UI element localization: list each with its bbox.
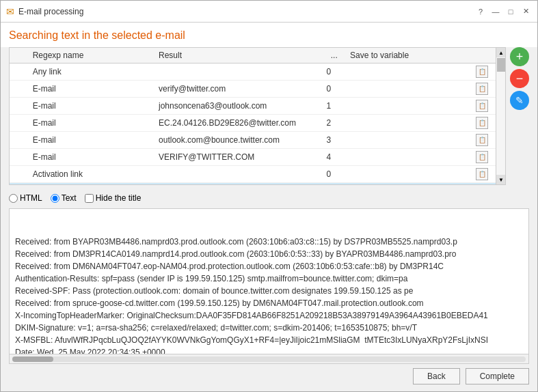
table-row[interactable]: E-mailEC.24.04126.BD29E826@twitter.com2📋 xyxy=(10,115,496,132)
copy-icon[interactable]: 📋 xyxy=(476,83,488,95)
save-variable-cell xyxy=(346,132,472,149)
email-line: Received: from DM6NAM04FT047.eop-NAM04.p… xyxy=(15,260,523,272)
count-cell: 0 xyxy=(322,166,346,183)
row-checkbox-cell xyxy=(10,98,29,115)
col-header-result: Result xyxy=(154,48,322,64)
result-link[interactable]: EC.24.04126.BD29E826@twitter.com xyxy=(159,118,296,128)
row-checkbox-cell xyxy=(10,132,29,149)
horizontal-scrollbar[interactable] xyxy=(10,354,528,363)
table-row[interactable]: E-mailoutlook.com@bounce.twitter.com3📋 xyxy=(10,132,496,149)
side-action-buttons: + − ✎ xyxy=(506,47,529,185)
complete-button[interactable]: Complete xyxy=(466,368,529,384)
html-radio-label[interactable]: HTML xyxy=(9,193,42,203)
table-wrapper: Regexp name Result ... Save to variable … xyxy=(9,47,529,185)
copy-cell: 📋 xyxy=(472,132,496,149)
html-label-text: HTML xyxy=(20,193,42,203)
row-checkbox-cell xyxy=(10,115,29,132)
remove-button[interactable]: − xyxy=(510,69,529,88)
copy-cell: 📋 xyxy=(472,149,496,166)
result-link[interactable]: verify@twitter.com xyxy=(159,84,226,94)
email-line: DKIM-Signature: v=1; a=rsa-sha256; c=rel… xyxy=(15,322,523,334)
col-header-dots: ... xyxy=(322,48,346,64)
scroll-thumb xyxy=(497,58,505,72)
table-row[interactable]: E-mailVERIFY@TWITTER.COM4📋 xyxy=(10,149,496,166)
save-variable-cell: ▼ xyxy=(346,183,472,185)
edit-button[interactable]: ✎ xyxy=(510,91,529,110)
table-row[interactable]: E-mailjohnsoncena63@outlook.com1📋 xyxy=(10,98,496,115)
regexp-table: Regexp name Result ... Save to variable … xyxy=(10,48,496,184)
regexp-name-cell: E-mail xyxy=(29,149,154,166)
row-checkbox-cell: ✏ xyxy=(10,183,29,185)
count-cell: 4 xyxy=(322,149,346,166)
email-line: Received: from DM3PR14CA0149.namprd14.pr… xyxy=(15,248,523,260)
regexp-name-cell: Any link xyxy=(29,64,154,81)
save-variable-cell xyxy=(346,115,472,132)
add-button[interactable]: + xyxy=(510,47,529,66)
copy-cell: 📋 xyxy=(472,64,496,81)
col-header-save: Save to variable xyxy=(346,48,472,64)
view-controls: HTML Text Hide the title xyxy=(9,191,529,206)
page-title: Searching text in the selected e-mail xyxy=(1,23,537,47)
copy-icon[interactable]: 📋 xyxy=(476,151,488,163)
result-cell: EC.24.04126.BD29E826@twitter.com xyxy=(154,115,322,132)
result-cell: Subject: 437350 xyxy=(154,183,322,185)
save-variable-cell xyxy=(346,81,472,98)
window-icon: ✉ xyxy=(6,6,14,17)
text-radio[interactable] xyxy=(51,194,59,203)
email-line: Date: Wed, 25 May 2022 20:34:35 +0000 xyxy=(15,346,523,354)
back-button[interactable]: Back xyxy=(413,368,460,384)
table-row[interactable]: ✏Regular expression No. 1Subject: 437350… xyxy=(10,183,496,185)
copy-cell: 📋 xyxy=(472,183,496,185)
scroll-down-button[interactable]: ▼ xyxy=(496,175,505,184)
regexp-name-cell: E-mail xyxy=(29,132,154,149)
email-content-scroll[interactable]: Received: from BYAPR03MB4486.namprd03.pr… xyxy=(10,209,528,354)
col-header-copy xyxy=(472,48,496,64)
copy-icon[interactable]: 📋 xyxy=(476,100,488,112)
result-link[interactable]: johnsoncena63@outlook.com xyxy=(159,101,267,111)
regexp-name-cell: E-mail xyxy=(29,98,154,115)
save-variable-cell xyxy=(346,98,472,115)
email-line: Received: from BYAPR03MB4486.namprd03.pr… xyxy=(15,236,523,248)
help-button[interactable]: ? xyxy=(474,5,487,18)
result-cell: VERIFY@TWITTER.COM xyxy=(154,149,322,166)
copy-icon[interactable]: 📋 xyxy=(476,66,488,78)
text-radio-label[interactable]: Text xyxy=(51,193,77,203)
close-button[interactable]: ✕ xyxy=(520,5,532,18)
hide-title-checkbox[interactable] xyxy=(85,194,94,203)
minimize-button[interactable]: — xyxy=(489,5,502,18)
row-checkbox-cell xyxy=(10,166,29,183)
result-link[interactable]: VERIFY@TWITTER.COM xyxy=(159,152,254,162)
copy-cell: 📋 xyxy=(472,115,496,132)
result-cell xyxy=(154,64,322,81)
scroll-up-button[interactable]: ▲ xyxy=(496,48,505,57)
result-cell: outlook.com@bounce.twitter.com xyxy=(154,132,322,149)
email-line: Authentication-Results: spf=pass (sender… xyxy=(15,272,523,285)
title-bar: ✉ E-mail processing ? — □ ✕ xyxy=(1,1,537,23)
table-container: Regexp name Result ... Save to variable … xyxy=(9,47,506,185)
email-line: X-MSFBL: AfuvlWfRJPqcbLuQJOQ2fAYYK0WVNkG… xyxy=(15,334,523,346)
count-cell: 2 xyxy=(322,115,346,132)
html-radio[interactable] xyxy=(9,194,18,203)
save-variable-cell xyxy=(346,64,472,81)
table-row[interactable]: Any link0📋 xyxy=(10,64,496,81)
hide-title-label[interactable]: Hide the title xyxy=(85,193,142,203)
main-window: ✉ E-mail processing ? — □ ✕ Searching te… xyxy=(0,0,538,392)
copy-icon[interactable]: 📋 xyxy=(476,134,488,146)
window-controls: ? — □ ✕ xyxy=(474,5,532,18)
copy-icon[interactable]: 📋 xyxy=(476,117,488,129)
result-link[interactable]: outlook.com@bounce.twitter.com xyxy=(159,135,280,145)
regexp-name-cell: E-mail xyxy=(29,115,154,132)
maximize-button[interactable]: □ xyxy=(505,5,517,18)
table-row[interactable]: E-mailverify@twitter.com0📋 xyxy=(10,81,496,98)
email-line: Received-SPF: Pass (protection.outlook.c… xyxy=(15,285,523,297)
count-cell: 3 xyxy=(322,132,346,149)
regexp-name-cell: Activation link xyxy=(29,166,154,183)
regexp-name-cell: Regular expression No. 1 xyxy=(29,183,154,185)
row-checkbox-cell xyxy=(10,64,29,81)
table-scroll[interactable]: Regexp name Result ... Save to variable … xyxy=(10,48,496,184)
result-cell: johnsoncena63@outlook.com xyxy=(154,98,322,115)
table-row[interactable]: Activation link0📋 xyxy=(10,166,496,183)
email-line: X-IncomingTopHeaderMarker: OriginalCheck… xyxy=(15,309,523,322)
copy-icon[interactable]: 📋 xyxy=(476,168,488,180)
save-variable-cell xyxy=(346,149,472,166)
